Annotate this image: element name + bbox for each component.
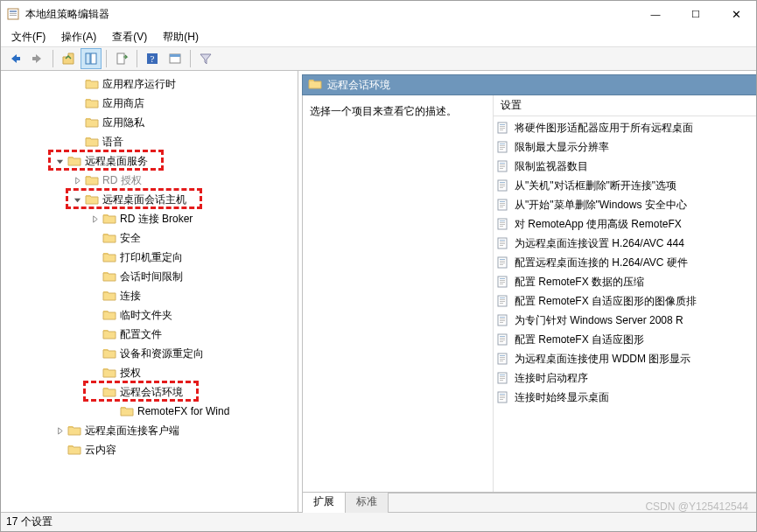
filter-button[interactable] <box>195 48 216 69</box>
chevron-down-icon[interactable] <box>53 155 66 167</box>
titlebar: 本地组策略编辑器 — ☐ ✕ <box>1 1 756 27</box>
settings-list[interactable]: 将硬件图形适配器应用于所有远程桌面限制最大显示分辨率限制监视器数目从"关机"对话… <box>494 116 757 492</box>
svg-rect-59 <box>500 301 505 302</box>
svg-rect-20 <box>500 149 503 150</box>
tree-item[interactable]: 应用隐私 <box>1 113 298 132</box>
setting-item[interactable]: 从"关机"对话框删除"断开连接"选项 <box>494 176 757 195</box>
menu-help[interactable]: 帮助(H) <box>156 28 206 46</box>
tab-standard[interactable]: 标准 <box>345 492 389 513</box>
folder-icon <box>308 77 322 94</box>
menu-action[interactable]: 操作(A) <box>54 28 103 46</box>
tree-item-label: RD 连接 Broker <box>120 212 193 227</box>
policy-icon <box>497 218 509 230</box>
tree-item[interactable]: 安全 <box>1 228 298 248</box>
up-button[interactable] <box>58 48 79 69</box>
setting-item[interactable]: 对 RemoteApp 使用高级 RemoteFX <box>494 214 757 234</box>
chevron-right-icon[interactable] <box>88 213 101 225</box>
svg-rect-85 <box>500 399 503 400</box>
folder-icon <box>102 289 116 303</box>
maximize-button[interactable]: ☐ <box>676 1 716 27</box>
separator <box>53 50 53 67</box>
tree-item-label: 连接 <box>120 289 141 304</box>
svg-rect-57 <box>500 298 505 298</box>
setting-label: 配置 RemoteFX 自适应图形的图像质排 <box>515 294 697 309</box>
back-button[interactable] <box>4 48 25 69</box>
policy-icon <box>497 179 509 192</box>
svg-rect-10 <box>170 54 180 57</box>
tree-item[interactable]: 语音 <box>1 132 298 151</box>
setting-label: 从"关机"对话框删除"断开连接"选项 <box>515 178 676 193</box>
setting-item[interactable]: 为远程桌面连接设置 H.264/AVC 444 <box>494 234 757 253</box>
tab-extended[interactable]: 扩展 <box>302 492 345 513</box>
svg-rect-62 <box>500 317 505 318</box>
folder-icon <box>85 116 99 130</box>
policy-icon <box>497 295 509 307</box>
policy-icon <box>497 122 509 134</box>
folder-icon <box>85 173 99 187</box>
policy-icon <box>497 391 509 403</box>
tree-item[interactable]: 远程桌面会话主机 <box>1 190 298 209</box>
forward-button[interactable] <box>27 48 48 69</box>
menu-view[interactable]: 查看(V) <box>105 28 154 46</box>
setting-item[interactable]: 配置 RemoteFX 自适应图形的图像质排 <box>494 291 757 311</box>
svg-rect-73 <box>500 357 505 358</box>
folder-icon <box>85 192 99 206</box>
tree-pane: 应用程序运行时应用商店应用隐私语音远程桌面服务RD 授权远程桌面会话主机RD 连… <box>1 71 298 512</box>
tree-item[interactable]: 打印机重定向 <box>1 248 298 267</box>
chevron-down-icon[interactable] <box>71 193 83 206</box>
setting-item[interactable]: 将硬件图形适配器应用于所有远程桌面 <box>494 118 757 137</box>
tree-item[interactable]: 临时文件夹 <box>1 305 298 325</box>
window-title: 本地组策略编辑器 <box>25 7 635 22</box>
help-button[interactable]: ? <box>142 48 163 69</box>
setting-item[interactable]: 连接时始终显示桌面 <box>494 388 757 407</box>
setting-item[interactable]: 配置 RemoteFX 数据的压缩 <box>494 272 757 291</box>
folder-icon <box>85 135 99 149</box>
chevron-right-icon[interactable] <box>71 174 83 186</box>
tree-item[interactable]: 远程桌面连接客户端 <box>1 421 298 440</box>
svg-rect-80 <box>500 380 503 381</box>
tree-item[interactable]: 应用商店 <box>1 94 298 113</box>
svg-rect-58 <box>500 299 505 300</box>
close-button[interactable]: ✕ <box>716 1 756 27</box>
tree-item[interactable]: 设备和资源重定向 <box>1 344 298 363</box>
policy-icon <box>497 256 509 269</box>
column-header-setting[interactable]: 设置 <box>494 95 757 116</box>
export-button[interactable] <box>111 48 132 69</box>
svg-rect-68 <box>500 338 505 339</box>
body: 应用程序运行时应用商店应用隐私语音远程桌面服务RD 授权远程桌面会话主机RD 连… <box>1 71 756 512</box>
tree-item[interactable]: 会话时间限制 <box>1 267 298 286</box>
svg-rect-17 <box>500 144 505 144</box>
tree-item[interactable]: RD 授权 <box>1 171 298 190</box>
tree-item[interactable]: 远程会话环境 <box>1 382 298 402</box>
svg-rect-24 <box>500 166 505 167</box>
minimize-button[interactable]: — <box>635 1 676 27</box>
setting-item[interactable]: 从"开始"菜单删除"Windows 安全中心 <box>494 195 757 214</box>
tree-item[interactable]: 配置文件 <box>1 325 298 344</box>
setting-label: 限制最大显示分辨率 <box>515 140 609 155</box>
svg-rect-44 <box>500 243 505 244</box>
setting-item[interactable]: 限制监视器数目 <box>494 157 757 176</box>
tree-item-label: 配置文件 <box>120 327 162 342</box>
tree-item[interactable]: 连接 <box>1 286 298 305</box>
tree-scroll[interactable]: 应用程序运行时应用商店应用隐私语音远程桌面服务RD 授权远程桌面会话主机RD 连… <box>1 71 298 512</box>
tree-item[interactable]: 云内容 <box>1 440 298 459</box>
properties-button[interactable] <box>165 48 186 69</box>
setting-item[interactable]: 为远程桌面连接使用 WDDM 图形显示 <box>494 349 757 368</box>
setting-item[interactable]: 限制最大显示分辨率 <box>494 137 757 157</box>
folder-icon <box>85 77 99 91</box>
tree-item[interactable]: 应用程序运行时 <box>1 74 298 94</box>
show-hide-tree-button[interactable] <box>81 48 102 69</box>
tree-item[interactable]: 远程桌面服务 <box>1 151 298 171</box>
setting-item[interactable]: 配置 RemoteFX 自适应图形 <box>494 330 757 349</box>
setting-item[interactable]: 连接时启动程序 <box>494 368 757 388</box>
svg-rect-25 <box>500 168 503 169</box>
setting-label: 连接时启动程序 <box>515 371 588 386</box>
setting-item[interactable]: 为专门针对 Windows Server 2008 R <box>494 311 757 330</box>
tree-item[interactable]: RD 连接 Broker <box>1 209 298 228</box>
chevron-right-icon[interactable] <box>53 424 66 437</box>
svg-rect-28 <box>500 184 505 185</box>
menu-file[interactable]: 文件(F) <box>4 28 53 46</box>
tree-item[interactable]: 授权 <box>1 363 298 382</box>
setting-item[interactable]: 配置远程桌面连接的 H.264/AVC 硬件 <box>494 253 757 272</box>
tree-item[interactable]: RemoteFX for Wind <box>1 402 298 421</box>
